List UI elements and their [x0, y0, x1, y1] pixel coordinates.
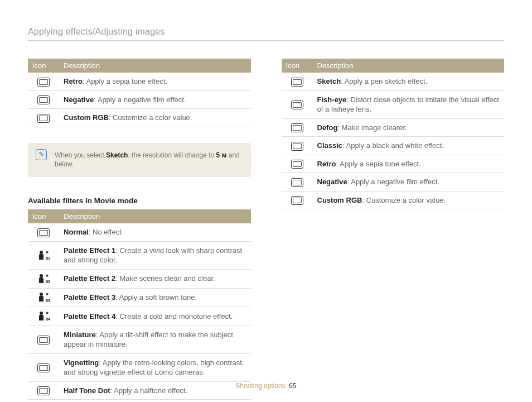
icon-cell: ★04	[28, 307, 59, 326]
left-column: Icon Description Retro: Apply a sepia to…	[28, 59, 251, 400]
icon-cell	[282, 155, 313, 173]
description-cell: Retro: Apply a sepia tone effect.	[313, 155, 505, 173]
sketch-icon	[291, 78, 303, 87]
table-row: Defog: Make image clearer.	[282, 118, 505, 137]
description-cell: Custom RGB: Customize a color value.	[313, 191, 505, 209]
movie-mode-heading: Available filters in Movie mode	[28, 197, 251, 205]
table-row: Fish-eye: Distort close objects to imita…	[282, 90, 505, 118]
table-row: Custom RGB: Customize a color value.	[282, 191, 505, 209]
th-icon: Icon	[28, 209, 59, 223]
table-row: Retro: Apply a sepia tone effect.	[28, 73, 251, 90]
normal-icon	[37, 228, 50, 237]
icon-cell: ★03	[28, 288, 59, 307]
icon-cell: ★02	[28, 269, 59, 288]
th-description: Description	[313, 59, 505, 73]
table-row: ★04Palette Effect 4: Create a cold and m…	[28, 307, 251, 326]
description-cell: Defog: Make image clearer.	[313, 118, 505, 137]
description-cell: Retro: Apply a sepia tone effect.	[59, 73, 251, 90]
custom-rgb-icon	[291, 196, 303, 205]
icon-cell	[28, 90, 59, 109]
description-cell: Palette Effect 4: Create a cold and mono…	[59, 307, 251, 326]
description-cell: Miniature: Apply a tilt-shift effect to …	[59, 326, 251, 353]
table-row: Negative: Apply a negative film effect.	[282, 173, 505, 192]
retro-icon	[291, 160, 303, 169]
th-icon: Icon	[28, 59, 59, 73]
icon-cell	[282, 191, 313, 209]
table-row: ★03Palette Effect 3: Apply a soft brown …	[28, 288, 251, 307]
description-cell: Classic: Apply a black and white effect.	[313, 137, 505, 155]
th-description: Description	[59, 59, 251, 73]
fisheye-icon	[291, 100, 303, 109]
palette2-icon: ★02	[38, 274, 49, 284]
custom-rgb-icon	[37, 114, 50, 123]
negative-icon	[291, 178, 303, 187]
right-column: Icon Description Sketch: Apply a pen ske…	[282, 59, 505, 400]
description-cell: Vignetting: Apply the retro-looking colo…	[59, 353, 251, 381]
table-row: ★01Palette Effect 1: Create a vivid look…	[28, 241, 251, 269]
miniature-icon	[37, 336, 50, 344]
table-row: ★02Palette Effect 2: Make scenes clean a…	[28, 269, 251, 288]
palette3-icon: ★03	[38, 293, 49, 303]
icon-cell	[282, 73, 313, 90]
description-cell: Negative: Apply a negative film effect.	[313, 173, 505, 192]
icon-cell	[282, 173, 313, 192]
icon-cell	[28, 73, 59, 90]
palette4-icon: ★04	[38, 312, 49, 322]
icon-cell	[28, 109, 59, 127]
description-cell: Palette Effect 1: Create a vivid look wi…	[59, 241, 251, 269]
icon-cell: ★01	[28, 241, 59, 269]
note-box: ✎ When you select Sketch, the resolution…	[28, 143, 251, 178]
description-cell: Palette Effect 3: Apply a soft brown ton…	[59, 288, 251, 307]
table-row: Custom RGB: Customize a color value.	[28, 109, 251, 127]
table-row: Retro: Apply a sepia tone effect.	[282, 155, 505, 173]
table-row: Classic: Apply a black and white effect.	[282, 137, 505, 155]
th-icon: Icon	[282, 59, 313, 73]
description-cell: Negative: Apply a negative film effect.	[59, 90, 251, 109]
note-icon: ✎	[36, 149, 47, 160]
filters-table-1: Icon Description Retro: Apply a sepia to…	[28, 59, 251, 127]
retro-icon	[37, 78, 50, 87]
note-text: When you select Sketch, the resolution w…	[55, 151, 240, 169]
th-description: Description	[59, 209, 251, 223]
filters-table-movie: Icon Description Normal: No effect★01Pal…	[28, 209, 251, 400]
description-cell: Normal: No effect	[59, 223, 251, 241]
vignetting-icon	[37, 363, 50, 372]
negative-icon	[37, 95, 50, 104]
classic-icon	[291, 142, 303, 151]
palette1-icon: ★01	[38, 251, 49, 261]
table-row: Sketch: Apply a pen sketch effect.	[282, 73, 505, 90]
two-column-layout: Icon Description Retro: Apply a sepia to…	[28, 59, 504, 400]
icon-cell	[282, 137, 313, 155]
filters-table-right: Icon Description Sketch: Apply a pen ske…	[282, 59, 505, 209]
table-row: Negative: Apply a negative film effect.	[28, 90, 251, 109]
icon-cell	[282, 90, 313, 118]
page-footer: Shooting options 65	[0, 382, 532, 390]
description-cell: Fish-eye: Distort close objects to imita…	[313, 90, 505, 118]
table-row: Miniature: Apply a tilt-shift effect to …	[28, 326, 251, 353]
description-cell: Palette Effect 2: Make scenes clean and …	[59, 269, 251, 288]
description-cell: Sketch: Apply a pen sketch effect.	[313, 73, 505, 90]
table-row: Vignetting: Apply the retro-looking colo…	[28, 353, 251, 381]
defog-icon	[291, 123, 303, 132]
description-cell: Custom RGB: Customize a color value.	[59, 109, 251, 127]
icon-cell	[28, 353, 59, 381]
icon-cell	[28, 223, 59, 241]
page-title: Applying effects/Adjusting images	[28, 27, 504, 41]
table-row: Normal: No effect	[28, 223, 251, 241]
icon-cell	[28, 326, 59, 353]
icon-cell	[282, 118, 313, 137]
